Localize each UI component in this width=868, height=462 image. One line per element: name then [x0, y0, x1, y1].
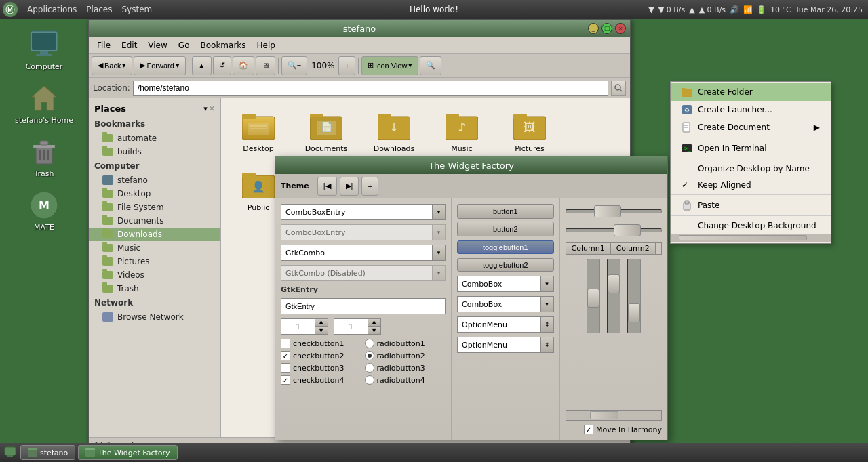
slider-thumb-h-1[interactable] — [594, 205, 621, 217]
column1-header[interactable]: Column1 — [566, 243, 611, 254]
sidebar-item-desktop[interactable]: Desktop — [89, 187, 220, 201]
togglebutton1[interactable]: togglebutton1 — [457, 240, 554, 254]
menu-file[interactable]: File — [92, 39, 116, 51]
location-input[interactable] — [133, 81, 608, 96]
up-button[interactable]: ▲ — [192, 56, 212, 75]
spinner-2[interactable]: 1 ▲ ▼ — [334, 318, 381, 335]
menu-help[interactable]: Help — [252, 39, 281, 51]
taskbar-window-stefano[interactable]: stefano — [20, 445, 75, 460]
desktop-icon-home[interactable]: stefano's Home — [7, 79, 81, 127]
option-menu-arrow-2[interactable]: ⇕ — [540, 337, 554, 353]
volume-icon[interactable]: 🔊 — [730, 5, 739, 14]
reload-button[interactable]: ↺ — [213, 56, 231, 75]
combo-arrow-1[interactable]: ▾ — [432, 204, 446, 220]
gtk-combo-1[interactable]: GtkCombo ▾ — [281, 245, 446, 261]
ctx-open-terminal[interactable]: >_ Open In Terminal — [671, 140, 831, 157]
menu-edit[interactable]: Edit — [116, 39, 142, 51]
wf-last-button[interactable]: ▶| — [340, 177, 359, 196]
close-button[interactable]: × — [615, 23, 626, 34]
file-icon-documents[interactable]: 📄 Documents — [296, 105, 357, 157]
sidebar-item-filesystem[interactable]: File System — [89, 201, 220, 214]
ctx-menu-scroll[interactable] — [671, 234, 831, 242]
zoom-out-button[interactable]: 🔍− — [281, 56, 307, 75]
applications-menu[interactable]: Applications — [23, 3, 81, 16]
sidebar-toggle-button[interactable]: ▾ — [203, 104, 208, 113]
places-menu[interactable]: Places — [82, 3, 116, 16]
gtk-entry-input[interactable] — [281, 298, 446, 314]
taskbar-window-widget-factory[interactable]: The Widget Factory — [78, 445, 177, 460]
desktop-icon-computer[interactable]: Computer — [7, 26, 81, 74]
ctx-change-bg[interactable]: Change Desktop Background — [671, 217, 831, 234]
button1[interactable]: button1 — [457, 204, 554, 219]
combobox-2[interactable]: ComboBox ▾ — [457, 296, 554, 312]
slider-thumb-v-2[interactable] — [608, 274, 620, 293]
file-icon-desktop[interactable]: Desktop — [228, 105, 289, 157]
maximize-button[interactable]: □ — [601, 23, 612, 34]
menu-bookmarks[interactable]: Bookmarks — [195, 39, 251, 51]
slider-thumb-h-2[interactable] — [614, 224, 641, 236]
button2[interactable]: button2 — [457, 222, 554, 236]
file-icon-downloads[interactable]: ↓ Downloads — [363, 105, 425, 157]
system-menu[interactable]: System — [117, 3, 156, 16]
sidebar-close-button[interactable]: ✕ — [209, 104, 215, 113]
combobox-1[interactable]: ComboBox ▾ — [457, 276, 554, 292]
radio-4[interactable]: radiobutton4 — [365, 375, 446, 385]
menu-go[interactable]: Go — [173, 39, 195, 51]
forward-button[interactable]: ▶ Forward ▾ — [134, 56, 185, 75]
desktop-icon-trash[interactable]: Trash — [7, 133, 81, 181]
check-1[interactable]: checkbutton1 — [281, 339, 362, 348]
ctx-keep-aligned[interactable]: ✓ Keep Aligned — [671, 177, 831, 193]
sidebar-item-trash[interactable]: Trash — [89, 282, 220, 295]
gtk-combo-arrow-1[interactable]: ▾ — [432, 245, 446, 261]
show-desktop-icon[interactable] — [3, 445, 18, 460]
harmony-check[interactable]: ✓ Move In Harmony — [566, 425, 663, 434]
spinner-up-1[interactable]: ▲ — [315, 318, 328, 327]
back-button[interactable]: ◀ Back ▾ — [92, 56, 132, 75]
sidebar-item-builds[interactable]: builds — [89, 145, 220, 159]
option-menu-1[interactable]: OptionMenu ⇕ — [457, 316, 554, 333]
ctx-paste[interactable]: Paste — [671, 196, 831, 214]
spinner-down-2[interactable]: ▼ — [368, 327, 381, 335]
combo-box-entry-1[interactable]: ComboBoxEntry ▾ — [281, 204, 446, 220]
column2-header[interactable]: Column2 — [611, 243, 656, 254]
radio-2[interactable]: radiobutton2 — [365, 351, 446, 360]
sidebar-item-music[interactable]: Music — [89, 241, 220, 255]
sidebar-item-videos[interactable]: Videos — [89, 268, 220, 282]
computer-nav-button[interactable]: 🖥 — [256, 56, 275, 75]
ctx-create-document[interactable]: Create Document ▶ — [671, 119, 831, 136]
search-button[interactable]: 🔍 — [420, 56, 441, 75]
sidebar-item-downloads[interactable]: Downloads — [89, 228, 220, 241]
check-3[interactable]: checkbutton3 — [281, 363, 362, 373]
togglebutton2[interactable]: togglebutton2 — [457, 258, 554, 272]
check-4[interactable]: ✓ checkbutton4 — [281, 375, 362, 385]
sidebar-item-pictures[interactable]: Pictures — [89, 255, 220, 268]
scrollbar-h[interactable] — [566, 410, 663, 421]
minimize-button[interactable]: _ — [588, 23, 599, 34]
combobox-arrow-1[interactable]: ▾ — [540, 276, 554, 292]
ctx-organize-desktop[interactable]: Organize Desktop by Name — [671, 161, 831, 177]
view-selector[interactable]: ⊞ Icon View ▾ — [361, 56, 419, 75]
spinner-down-1[interactable]: ▼ — [315, 327, 328, 335]
sidebar-item-stefano[interactable]: stefano — [89, 173, 220, 187]
ctx-create-launcher[interactable]: ⚙ Create Launcher... — [671, 101, 831, 119]
check-2[interactable]: ✓ checkbutton2 — [281, 351, 362, 360]
slider-thumb-v-3[interactable] — [628, 303, 640, 322]
zoom-in-button[interactable]: + — [338, 56, 355, 75]
location-go-button[interactable] — [611, 81, 626, 96]
scrollbar-thumb-h[interactable] — [590, 411, 618, 419]
wf-add-button[interactable]: + — [361, 177, 378, 196]
sidebar-item-browse-network[interactable]: Browse Network — [89, 310, 220, 324]
radio-3[interactable]: radiobutton3 — [365, 363, 446, 373]
file-icon-pictures[interactable]: 🖼 Pictures — [499, 105, 560, 157]
spinner-1[interactable]: 1 ▲ ▼ — [281, 318, 328, 335]
desktop-icon-mate[interactable]: M MATE — [7, 186, 81, 234]
menu-view[interactable]: View — [142, 39, 172, 51]
file-icon-music[interactable]: ♪ Music — [431, 105, 492, 157]
radio-1[interactable]: radiobutton1 — [365, 339, 446, 348]
ctx-create-folder[interactable]: Create Folder — [671, 83, 831, 101]
mate-logo-icon[interactable]: M — [3, 2, 18, 17]
option-menu-2[interactable]: OptionMenu ⇕ — [457, 337, 554, 353]
home-nav-button[interactable]: 🏠 — [233, 56, 254, 75]
spinner-up-2[interactable]: ▲ — [368, 318, 381, 327]
sidebar-item-documents[interactable]: Documents — [89, 214, 220, 228]
